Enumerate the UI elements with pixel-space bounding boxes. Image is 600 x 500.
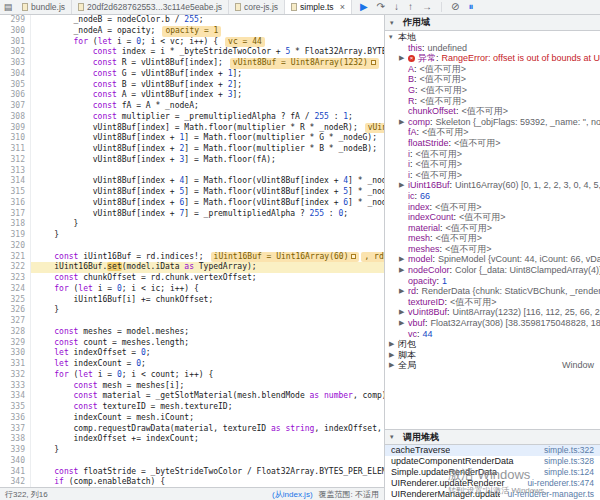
code-line-text[interactable]: vUint8Buf[index + 3] = Math.floor(fA); (31, 155, 384, 166)
line-number[interactable]: 313 (0, 166, 31, 177)
chevron-right-icon[interactable]: ▶ (399, 254, 408, 265)
call-stack-frame[interactable]: updateComponentRenderDatasimple.ts:328 (385, 456, 600, 467)
code-line-text[interactable]: vUint8Buf[index + 5] = Math.floor(vUint8… (31, 187, 384, 198)
scope-variable-row[interactable]: floatStride:<值不可用> (385, 138, 600, 149)
line-number[interactable]: 335 (0, 402, 31, 413)
inline-value-badge[interactable]: iUint16Buf = Uint16Array(60) (211, 252, 360, 263)
chevron-right-icon[interactable]: ▶ (399, 180, 408, 191)
line-number[interactable]: 332 (0, 370, 31, 381)
line-number[interactable]: 327 (0, 316, 31, 327)
code-line-text[interactable] (31, 316, 384, 327)
code-line-text[interactable]: const G = vUint8Buf[index + 1]; (31, 69, 384, 80)
scope-variable-row[interactable]: chunkOffset:<值不可用> (385, 106, 600, 117)
code-line-text[interactable] (31, 456, 384, 467)
line-number[interactable]: 304 (0, 69, 31, 80)
code-line-text[interactable]: const floatStride = _byteStrideTwoColor … (31, 467, 384, 478)
code-line-text[interactable]: const index = i * _byteStrideTwoColor + … (31, 47, 384, 58)
scope-variable-row[interactable]: A:<值不可用> (385, 64, 600, 75)
inline-value-badge[interactable]: opacity = 1 (162, 26, 221, 37)
inline-value-badge[interactable]: , rd = RenderData {chunk: StaticVBChunk,… (361, 252, 384, 263)
line-number[interactable]: 302 (0, 47, 31, 58)
line-number[interactable]: 340 (0, 456, 31, 467)
expand-value-icon[interactable] (351, 254, 356, 259)
scope-variable-row[interactable]: i:<值不可用> (385, 159, 600, 170)
call-stack-frame[interactable]: UIRenderer.updateRendererui-renderer.ts:… (385, 478, 600, 489)
scope-variable-row[interactable]: ic:66 (385, 191, 600, 202)
tab-core-js-js[interactable]: core-js.js (229, 0, 285, 14)
code-line-text[interactable]: vUint8Buf[index + 2] = Math.floor(multip… (31, 144, 384, 155)
code-line-text[interactable]: vUint8Buf[index + 4] = Math.floor(vUint8… (31, 176, 384, 187)
code-line-text[interactable]: const R = vUint8Buf[index];vUint8Buf = U… (31, 58, 384, 69)
line-number[interactable]: 321 (0, 252, 31, 263)
line-number[interactable]: 323 (0, 273, 31, 284)
step-icon[interactable]: → (422, 2, 432, 12)
scope-variable-row[interactable]: ▶model:SpineModel {vCount: 44, iCount: 6… (385, 254, 600, 265)
step-into-icon[interactable]: ↓ (394, 2, 399, 12)
line-number[interactable]: 300 (0, 26, 31, 37)
line-number[interactable]: 314 (0, 176, 31, 187)
line-number[interactable]: 338 (0, 434, 31, 445)
line-number[interactable]: 312 (0, 155, 31, 166)
code-line-text[interactable]: } (31, 219, 384, 230)
code-line-text[interactable]: if (comp.enableBatch) { (31, 477, 384, 487)
scope-variable-row[interactable]: opacity:1 (385, 276, 600, 287)
chevron-right-icon[interactable]: ▶ (399, 265, 408, 276)
scope-variable-row[interactable]: this:undefined (385, 43, 600, 54)
navigator-toggle-icon[interactable]: ▤ (0, 0, 16, 14)
deactivate-breakpoints-icon[interactable]: ⊘ (451, 2, 459, 12)
line-number[interactable]: 299 (0, 15, 31, 26)
scope-variable-row[interactable]: mesh:<值不可用> (385, 233, 600, 244)
line-number[interactable]: 331 (0, 359, 31, 370)
code-area[interactable]: 299 _nodeB = nodeColor.b / 255;300 _node… (0, 15, 384, 487)
chevron-right-icon[interactable]: ▶ (399, 117, 408, 128)
scope-variable-row[interactable]: ▶rd:RenderData {chunk: StaticVBChunk, _r… (385, 286, 600, 297)
line-number[interactable]: 311 (0, 144, 31, 155)
scope-variable-row[interactable]: ▶iUint16Buf:Uint16Array(60) [0, 1, 2, 2,… (385, 180, 600, 191)
line-number[interactable]: 342 (0, 477, 31, 487)
scope-variable-row[interactable]: ▶nodeColor:Color {_data: Uint8ClampedArr… (385, 265, 600, 276)
source-map-link[interactable]: (从index.js) (272, 489, 312, 500)
code-line-text[interactable]: const meshes = model.meshes; (31, 327, 384, 338)
scope-variable-row[interactable]: ▶vUint8Buf:Uint8Array(1232) [116, 112, 2… (385, 307, 600, 318)
step-over-icon[interactable]: ↷ (377, 2, 385, 12)
tab-bundle-js[interactable]: bundle.js (16, 0, 72, 14)
scope-section-脚本[interactable]: ▶脚本 (385, 350, 600, 361)
line-number[interactable]: 303 (0, 58, 31, 69)
code-line-text[interactable]: for (let i = 0; i < vc; i++) {vc = 44 (31, 37, 384, 48)
line-number[interactable]: 306 (0, 90, 31, 101)
line-number[interactable]: 308 (0, 112, 31, 123)
code-line-text[interactable]: vUint8Buf[index + 6] = Math.floor(vUint8… (31, 198, 384, 209)
line-number[interactable]: 325 (0, 295, 31, 306)
code-line-text[interactable]: const fA = A * _nodeA; (31, 101, 384, 112)
tab-simple-ts[interactable]: simple.ts× (285, 0, 352, 14)
code-line-text[interactable] (31, 166, 384, 177)
line-number[interactable]: 316 (0, 198, 31, 209)
code-line-text[interactable]: iUint16Buf.set(model.iData as TypedArray… (31, 262, 384, 273)
scope-variable-row[interactable]: ▶comp:Skeleton {_objFlags: 59392, _name:… (385, 117, 600, 128)
inline-value-badge[interactable]: vUint8Buf = Uint8Array(1232) (230, 58, 379, 69)
code-line-text[interactable]: } (31, 305, 384, 316)
code-line-text[interactable]: indexCount = mesh.iCount; (31, 413, 384, 424)
code-line-text[interactable]: let indexOffset = 0; (31, 348, 384, 359)
code-line-text[interactable]: comp.requestDrawData(material, textureID… (31, 424, 384, 435)
line-number[interactable]: 307 (0, 101, 31, 112)
line-number[interactable]: 339 (0, 445, 31, 456)
scope-variable-row[interactable]: R:<值不可用> (385, 96, 600, 107)
scope-variable-row[interactable]: material:<值不可用> (385, 223, 600, 234)
line-number[interactable]: 330 (0, 348, 31, 359)
code-line-text[interactable]: for (let i = 0; i < ic; i++) { (31, 284, 384, 295)
code-line-text[interactable]: let indexCount = 0; (31, 359, 384, 370)
code-line-text[interactable]: _nodeB = nodeColor.b / 255; (31, 15, 384, 26)
code-line-text[interactable]: const A = vUint8Buf[index + 3]; (31, 90, 384, 101)
chevron-right-icon[interactable]: ▶ (399, 286, 408, 297)
pause-on-exceptions-icon[interactable]: ⏸ (468, 2, 473, 12)
chevron-right-icon[interactable]: ▶ (399, 307, 408, 318)
line-number[interactable]: 333 (0, 381, 31, 392)
code-line-text[interactable]: iUint16Buf[i] += chunkOffset; (31, 295, 384, 306)
code-line-text[interactable]: vUint8Buf[index] = Math.floor(multiplier… (31, 123, 384, 134)
scope-variable-row[interactable]: i:<值不可用> (385, 149, 600, 160)
code-line-text[interactable]: const material = _getSlotMaterial(mesh.b… (31, 391, 384, 402)
step-out-icon[interactable]: ↑ (408, 2, 413, 12)
code-line-text[interactable]: const iUint16Buf = rd.indices!;iUint16Bu… (31, 252, 384, 263)
chevron-right-icon[interactable]: ▶ (399, 318, 408, 329)
